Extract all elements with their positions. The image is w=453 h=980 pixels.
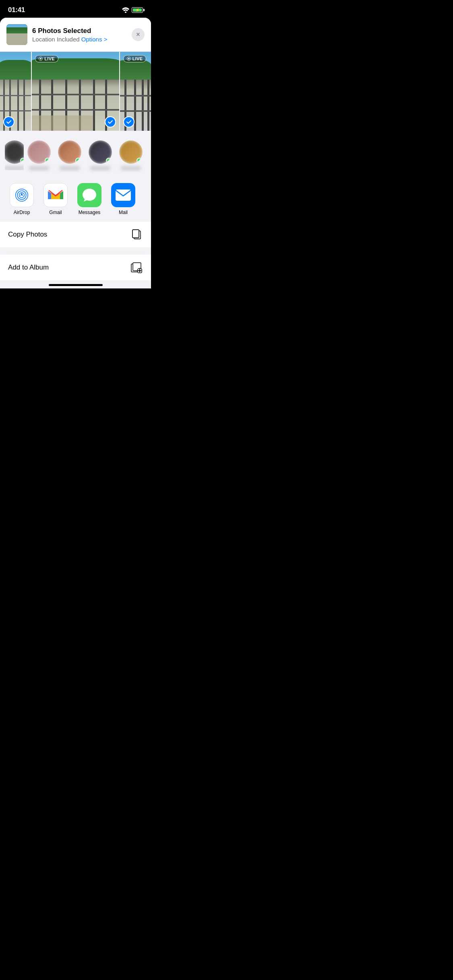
photo-cell-2: LIVE (32, 52, 119, 131)
contact-item-4[interactable] (116, 140, 146, 170)
messages-icon (77, 183, 101, 207)
add-to-album-icon (130, 261, 143, 274)
header-thumbnail (6, 24, 27, 45)
app-item-airdrop[interactable]: AirDrop (5, 183, 39, 215)
options-link[interactable]: Options > (81, 36, 108, 43)
contact-name-3 (90, 166, 110, 170)
gmail-label: Gmail (49, 210, 62, 215)
separator-1 (0, 131, 151, 134)
mail-icon (111, 183, 135, 207)
copy-photos-row[interactable]: Copy Photos (0, 222, 151, 248)
live-dot-2 (39, 57, 43, 61)
online-dot-0 (20, 158, 24, 163)
airdrop-svg (14, 187, 29, 203)
header-text: 6 Photos Selected Location Included Opti… (32, 27, 132, 43)
live-badge-2: LIVE (35, 55, 58, 62)
online-dot-2 (75, 158, 81, 163)
check-badge-1 (3, 116, 14, 128)
contact-item-2[interactable] (54, 140, 85, 170)
home-indicator (49, 284, 103, 286)
mail-svg (115, 189, 132, 202)
check-badge-2 (105, 116, 116, 128)
photo-cell-1 (0, 52, 31, 131)
svg-rect-7 (132, 230, 139, 238)
copy-icon-svg (131, 229, 142, 240)
live-badge-3: LIVE (123, 55, 147, 62)
share-header: 6 Photos Selected Location Included Opti… (0, 18, 151, 52)
app-item-mail[interactable]: Mail (106, 183, 140, 215)
wifi-icon (122, 7, 129, 13)
gmail-icon (43, 183, 68, 207)
album-icon-svg (131, 262, 142, 273)
copy-photos-icon (130, 228, 143, 241)
live-dot-3 (127, 57, 131, 61)
svg-point-0 (125, 11, 126, 13)
copy-photos-label: Copy Photos (8, 231, 47, 239)
contact-name-1 (29, 166, 49, 170)
app-item-messages[interactable]: Messages (72, 183, 106, 215)
share-sheet: 6 Photos Selected Location Included Opti… (0, 18, 151, 288)
app-item-gmail[interactable]: Gmail (39, 183, 72, 215)
contacts-section (0, 134, 151, 177)
contact-name-2 (60, 166, 80, 170)
check-badge-3 (123, 116, 134, 128)
online-dot-1 (45, 158, 50, 163)
actions-section: Copy Photos Add to Album (0, 222, 151, 281)
airdrop-icon (10, 183, 34, 207)
airdrop-label: AirDrop (14, 210, 30, 215)
close-icon: × (136, 31, 140, 38)
battery-icon: ⚡ (132, 7, 143, 13)
contact-name-0 (5, 166, 24, 170)
check-icon-1 (6, 119, 12, 125)
photos-grid: LIVE (0, 52, 151, 131)
share-subtitle: Location Included Options > (32, 36, 132, 43)
live-text-2: LIVE (44, 56, 55, 61)
status-bar: 01:41 ⚡ (0, 0, 151, 18)
online-dot-4 (137, 158, 142, 163)
separator-2 (0, 177, 151, 180)
photo-cell-3: LIVE (120, 52, 151, 131)
share-title: 6 Photos Selected (32, 27, 132, 35)
home-indicator-bar (0, 281, 151, 288)
gmail-svg (48, 189, 63, 201)
online-dot-3 (106, 158, 112, 163)
location-label: Location Included (32, 36, 80, 43)
live-text-3: LIVE (132, 56, 143, 61)
add-to-album-label: Add to Album (8, 264, 49, 272)
apps-section: AirDrop Gmail M (0, 180, 151, 222)
messages-svg (82, 188, 97, 202)
mail-label: Mail (119, 210, 128, 215)
contact-item-1[interactable] (24, 140, 54, 170)
messages-label: Messages (79, 210, 101, 215)
check-icon-3 (126, 119, 132, 125)
status-time: 01:41 (8, 6, 25, 14)
contact-item-0[interactable] (5, 140, 24, 170)
check-icon-2 (108, 119, 113, 125)
action-divider (8, 251, 143, 251)
add-to-album-row[interactable]: Add to Album (0, 255, 151, 281)
close-button[interactable]: × (132, 28, 145, 41)
contact-item-3[interactable] (85, 140, 116, 170)
status-icons: ⚡ (122, 7, 143, 13)
contact-name-4 (121, 166, 141, 170)
